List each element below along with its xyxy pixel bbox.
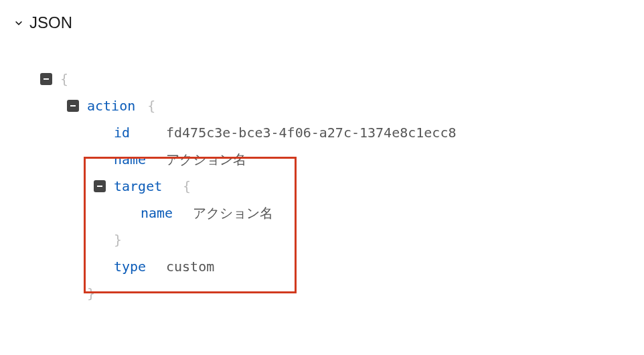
json-target-open: target {: [40, 173, 631, 200]
brace-open: {: [60, 70, 68, 88]
collapse-button-target[interactable]: [94, 180, 106, 192]
json-value-target-name: アクション名: [193, 204, 273, 222]
json-tree-container: { action { id fd475c3e-bce3-4f06-a27c-13…: [13, 66, 631, 307]
json-target-close: }: [40, 226, 631, 253]
svg-rect-1: [70, 105, 76, 106]
json-name-row: name アクション名: [40, 146, 631, 173]
json-key-action: action: [87, 96, 135, 115]
brace-close: }: [87, 284, 95, 303]
json-key-name: name: [114, 150, 154, 169]
json-key-id: id: [114, 123, 154, 142]
json-value-type: custom: [166, 257, 214, 276]
json-target-name-row: name アクション名: [40, 200, 631, 226]
json-key-target-name: name: [141, 204, 181, 222]
chevron-down-icon: [13, 17, 24, 28]
json-key-target: target: [114, 177, 171, 196]
section-header[interactable]: JSON: [13, 13, 631, 32]
json-action-close: }: [40, 280, 631, 307]
section-title: JSON: [29, 13, 72, 32]
json-id-row: id fd475c3e-bce3-4f06-a27c-1374e8c1ecc8: [40, 119, 631, 146]
brace-open: {: [183, 177, 191, 196]
json-key-type: type: [114, 257, 154, 276]
collapse-button-action[interactable]: [67, 100, 79, 112]
svg-rect-0: [44, 78, 49, 80]
json-type-row: type custom: [40, 253, 631, 280]
collapse-button-root[interactable]: [40, 73, 52, 85]
json-value-name: アクション名: [166, 150, 246, 169]
json-value-id: fd475c3e-bce3-4f06-a27c-1374e8c1ecc8: [166, 123, 456, 142]
json-root-open: {: [40, 66, 631, 92]
svg-rect-2: [97, 186, 102, 187]
brace-close: }: [114, 230, 122, 249]
json-tree: { action { id fd475c3e-bce3-4f06-a27c-13…: [13, 66, 631, 307]
json-action-open: action {: [40, 92, 631, 119]
brace-open: {: [147, 96, 155, 115]
